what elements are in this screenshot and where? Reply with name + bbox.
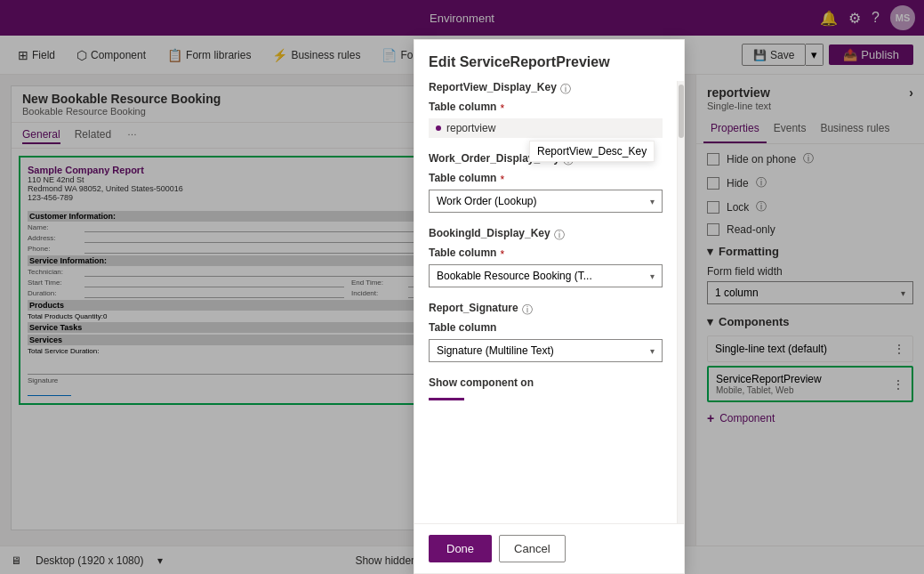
report-view-value: reportview [429, 118, 663, 138]
cancel-button[interactable]: Cancel [499, 535, 565, 562]
field-report-view: ReportView_Display_Key ⓘ Table column * … [429, 81, 663, 138]
booking-id-dropdown-arrow: ▾ [650, 271, 655, 281]
modal-title: Edit ServiceReportPreview [414, 40, 684, 81]
report-view-info-icon[interactable]: ⓘ [560, 82, 571, 97]
field-signature: Report_Signature ⓘ Table column Signatur… [429, 302, 663, 362]
field-booking-id: BookingId_Display_Key ⓘ Table column * B… [429, 227, 663, 287]
modal-scrollbar[interactable] [677, 81, 684, 523]
done-button[interactable]: Done [429, 535, 492, 562]
signature-info-icon[interactable]: ⓘ [522, 303, 533, 318]
modal-footer: Done Cancel [414, 523, 684, 573]
tooltip: ReportView_Desc_Key [529, 141, 655, 162]
signature-dropdown-arrow: ▾ [650, 346, 655, 356]
modal-overlay: Edit ServiceReportPreview ReportView_Dis… [0, 0, 924, 574]
edit-modal: Edit ServiceReportPreview ReportView_Dis… [414, 39, 685, 574]
scroll-thumb [679, 85, 684, 138]
work-order-dropdown[interactable]: Work Order (Lookup) ▾ [429, 190, 663, 213]
booking-id-dropdown[interactable]: Bookable Resource Booking (T... ▾ [429, 264, 663, 287]
signature-dropdown[interactable]: Signature (Multiline Text) ▾ [429, 339, 663, 362]
booking-id-info-icon[interactable]: ⓘ [554, 228, 565, 243]
work-order-dropdown-arrow: ▾ [650, 197, 655, 206]
show-component-indicator [429, 398, 464, 400]
show-component-section: Show component on [429, 376, 663, 400]
